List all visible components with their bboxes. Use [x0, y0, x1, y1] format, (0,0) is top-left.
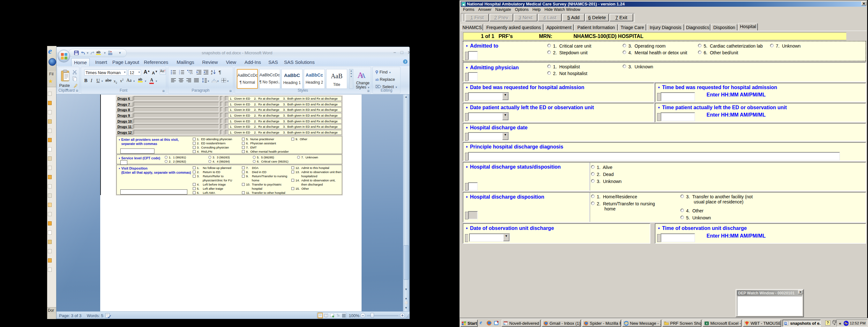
svg-text:W: W [785, 322, 787, 324]
svg-text:?: ? [404, 60, 406, 64]
svg-text:Z: Z [211, 72, 213, 75]
svg-text:3: 3 [179, 73, 180, 75]
svg-text:A: A [361, 71, 366, 80]
svg-text:X: X [706, 322, 708, 325]
